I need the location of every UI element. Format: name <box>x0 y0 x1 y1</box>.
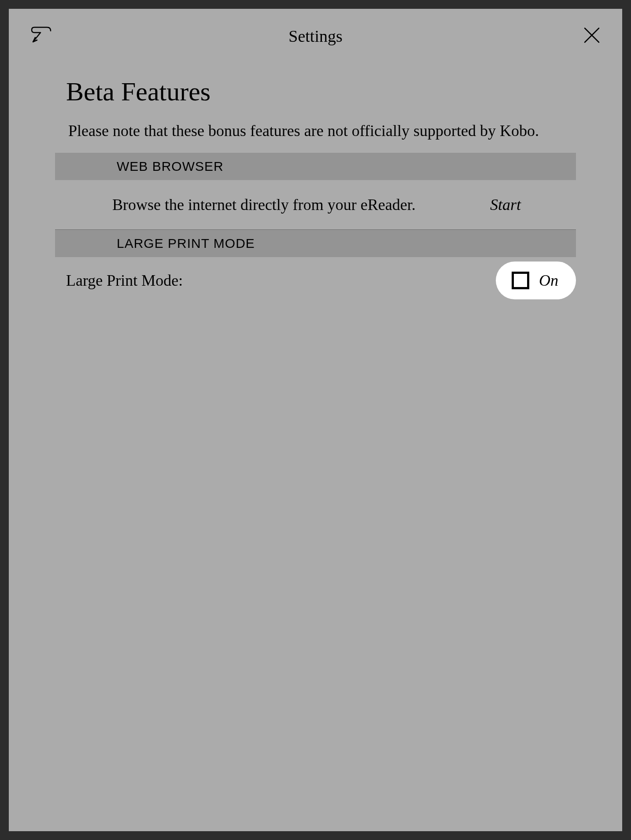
header-bar: Settings <box>9 9 622 63</box>
page-title: Beta Features <box>9 63 622 116</box>
back-button[interactable] <box>31 26 53 46</box>
web-browser-section-header: WEB BROWSER <box>55 153 576 180</box>
large-print-toggle[interactable]: On <box>496 262 576 299</box>
disclaimer-text: Please note that these bonus features ar… <box>9 116 622 153</box>
web-browser-description: Browse the internet directly from your e… <box>112 195 416 214</box>
web-browser-row: Browse the internet directly from your e… <box>55 180 576 230</box>
content-area: Beta Features Please note that these bon… <box>9 63 622 305</box>
toggle-state-label: On <box>539 271 558 290</box>
close-button[interactable] <box>583 27 600 45</box>
large-print-row: Large Print Mode: On <box>9 257 622 305</box>
large-print-label: Large Print Mode: <box>66 271 183 290</box>
web-browser-start-button[interactable]: Start <box>490 195 521 214</box>
back-arrow-icon <box>31 26 53 44</box>
settings-screen: Settings Beta Features Please note that … <box>9 9 622 831</box>
large-print-section-header: LARGE PRINT MODE <box>55 230 576 257</box>
checkbox-icon <box>512 272 529 289</box>
close-icon <box>583 27 600 44</box>
header-title: Settings <box>288 26 342 46</box>
